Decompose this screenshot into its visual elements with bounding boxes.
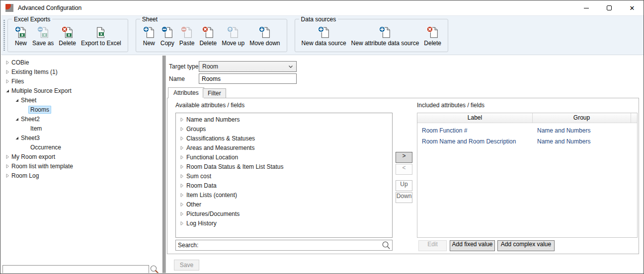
chevron-collapsed-icon[interactable] [179, 221, 186, 226]
minimize-button[interactable] [575, 0, 598, 15]
chevron-collapsed-icon[interactable] [179, 174, 186, 179]
chevron-collapsed-icon[interactable] [179, 145, 186, 150]
delete-data-source-icon [426, 26, 439, 39]
maximize-button[interactable] [598, 0, 621, 15]
available-group-row[interactable]: Groups [176, 124, 392, 134]
table-row[interactable]: Room Name and Room Description Name and … [417, 136, 637, 147]
excel-new-button[interactable]: New [12, 26, 30, 47]
export-to-excel-button[interactable]: Export to Excel [79, 26, 124, 47]
tree-search-icon[interactable] [150, 265, 159, 273]
sheet-paste-button[interactable]: Paste [177, 26, 197, 47]
edit-button[interactable]: Edit [418, 240, 447, 251]
column-header-group[interactable]: Group [533, 113, 631, 123]
sheet-move-down-button[interactable]: Move down [247, 26, 282, 47]
chevron-expanded-icon[interactable] [14, 136, 21, 140]
add-fixed-value-button[interactable]: Add fixed value [450, 240, 495, 251]
add-attribute-button[interactable]: > [396, 152, 412, 163]
available-group-row[interactable]: Functional Location [176, 152, 392, 162]
chevron-collapsed-icon[interactable] [179, 127, 186, 132]
chevron-expanded-icon[interactable] [14, 98, 21, 103]
column-header-label[interactable]: Label [417, 113, 533, 123]
sheet-delete-button[interactable]: Delete [197, 26, 219, 47]
chevron-collapsed-icon[interactable] [5, 173, 11, 178]
available-group-row[interactable]: Log History [176, 218, 392, 228]
tree-item-multiple-source-export[interactable]: Multiple Source Export [1, 86, 162, 95]
tree-item-files[interactable]: Files [1, 76, 162, 86]
attributes-search-input[interactable] [176, 240, 382, 250]
chevron-collapsed-icon[interactable] [5, 60, 11, 65]
window-title: Advanced Configuration [18, 4, 81, 11]
app-logo-icon [5, 4, 13, 12]
panel-splitter[interactable] [162, 56, 166, 273]
tree-item-room-list-with-template[interactable]: Room list with template [1, 161, 162, 171]
sheet-copy-button[interactable]: Copy [158, 26, 177, 47]
save-as-excel-icon [37, 26, 50, 39]
new-data-source-button[interactable]: New data source [299, 26, 349, 47]
chevron-collapsed-icon[interactable] [179, 117, 186, 122]
row-label-cell: Room Function # [417, 127, 533, 134]
data-source-delete-button[interactable]: Delete [421, 26, 444, 47]
tree-search-input[interactable] [3, 266, 149, 273]
data-source-delete-label: Delete [424, 40, 441, 47]
available-group-row[interactable]: Name and Numbers [176, 115, 392, 124]
available-group-row[interactable]: Other [176, 200, 392, 209]
row-label-cell: Room Name and Room Description [417, 138, 533, 145]
chevron-collapsed-icon[interactable] [179, 211, 186, 216]
tree-item-occurrence[interactable]: Occurrence [1, 142, 162, 152]
row-group-cell: Name and Numbers [533, 127, 637, 134]
sheet-new-label: New [143, 40, 155, 47]
chevron-expanded-icon[interactable] [5, 88, 11, 93]
new-attribute-data-source-button[interactable]: New attribute data source [349, 26, 422, 47]
chevron-collapsed-icon[interactable] [179, 202, 186, 207]
tree-item-my-room-export[interactable]: My Room export [1, 152, 162, 161]
close-button[interactable]: ✕ [621, 0, 644, 15]
excel-save-as-button[interactable]: Save as [30, 26, 56, 47]
add-complex-value-button[interactable]: Add complex value [497, 240, 555, 251]
chevron-collapsed-icon[interactable] [5, 154, 11, 159]
new-data-source-icon [318, 26, 330, 39]
tree-item-sheet[interactable]: Sheet [1, 95, 162, 105]
toolbar-gripper[interactable] [3, 20, 5, 51]
target-type-select[interactable]: Room [199, 61, 297, 72]
chevron-collapsed-icon[interactable] [179, 136, 186, 141]
tree-item-room-log[interactable]: Room Log [1, 171, 162, 180]
sheet-new-button[interactable]: New [140, 26, 158, 47]
chevron-collapsed-icon[interactable] [179, 155, 186, 160]
delete-excel-export-icon [61, 26, 74, 39]
target-type-label: Target type [169, 61, 198, 72]
maximize-icon [607, 5, 612, 10]
excel-delete-button[interactable]: Delete [56, 26, 79, 47]
tree-item-rooms[interactable]: Rooms [1, 105, 162, 114]
tab-filter[interactable]: Filter [203, 88, 226, 98]
tab-attributes[interactable]: Attributes [168, 87, 204, 98]
table-row[interactable]: Room Function # Name and Numbers [417, 125, 637, 136]
chevron-expanded-icon[interactable] [14, 117, 21, 122]
available-group-row[interactable]: Room Data [176, 181, 392, 190]
tree-item-item[interactable]: Item [1, 124, 162, 133]
save-button[interactable]: Save [174, 260, 199, 271]
remove-attribute-button[interactable]: < [396, 164, 412, 175]
available-group-row[interactable]: Room Data Status & Item List Status [176, 162, 392, 171]
available-group-row[interactable]: Sum cost [176, 171, 392, 181]
available-group-row[interactable]: Areas and Measurements [176, 143, 392, 152]
chevron-collapsed-icon[interactable] [179, 164, 186, 169]
chevron-collapsed-icon[interactable] [5, 79, 11, 84]
chevron-collapsed-icon[interactable] [5, 69, 11, 74]
tree-item-cobie[interactable]: COBie [1, 58, 162, 67]
excel-save-as-label: Save as [32, 40, 54, 47]
chevron-collapsed-icon[interactable] [179, 183, 186, 188]
tree-item-existing-items[interactable]: Existing Items (1) [1, 67, 162, 76]
available-group-row[interactable]: Item Lists (content) [176, 190, 392, 200]
new-excel-export-icon [14, 26, 27, 39]
available-group-row[interactable]: Pictures/Documents [176, 209, 392, 218]
tree-item-sheet2[interactable]: Sheet2 [1, 114, 162, 124]
sheet-move-up-button[interactable]: Move up [219, 26, 247, 47]
move-attribute-down-button[interactable]: Down [396, 192, 412, 203]
available-group-row[interactable]: Classifications & Statuses [176, 134, 392, 143]
tree-item-sheet3[interactable]: Sheet3 [1, 133, 162, 142]
name-field[interactable] [199, 73, 297, 84]
chevron-collapsed-icon[interactable] [179, 193, 186, 198]
move-attribute-up-button[interactable]: Up [396, 180, 412, 191]
name-label: Name [169, 73, 185, 84]
chevron-collapsed-icon[interactable] [5, 164, 11, 169]
